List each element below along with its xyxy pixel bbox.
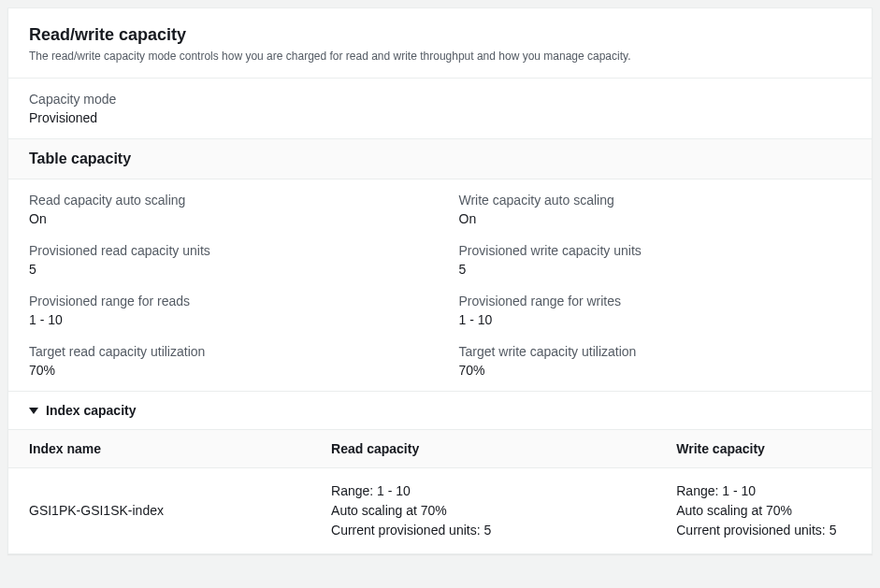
write-current: Current provisioned units: 5 (676, 521, 851, 540)
write-autoscaling-value: On (459, 211, 852, 226)
index-capacity-toggle[interactable]: Index capacity (8, 391, 872, 429)
read-provisioned-value: 5 (29, 262, 422, 277)
read-autoscaling-value: On (29, 211, 422, 226)
index-capacity-title: Index capacity (46, 403, 137, 418)
table-row: GSI1PK-GSI1SK-index Range: 1 - 10 Auto s… (8, 467, 872, 553)
capacity-mode-section: Capacity mode Provisioned (8, 79, 872, 139)
write-autoscaling: Auto scaling at 70% (676, 501, 851, 521)
caret-down-icon (29, 403, 38, 418)
read-capacity-column: Read capacity auto scaling On Provisione… (29, 193, 422, 378)
write-capacity-cell: Range: 1 - 10 Auto scaling at 70% Curren… (656, 467, 872, 553)
write-range-value: 1 - 10 (459, 312, 852, 327)
write-capacity-column: Write capacity auto scaling On Provision… (459, 193, 852, 378)
index-name-cell: GSI1PK-GSI1SK-index (8, 467, 310, 553)
read-range: Range: 1 - 10 (331, 481, 635, 501)
table-capacity-header: Table capacity (8, 139, 872, 179)
read-write-capacity-panel: Read/write capacity The read/write capac… (7, 7, 873, 554)
write-target-value: 70% (459, 363, 852, 378)
write-range-label: Provisioned range for writes (459, 294, 852, 308)
write-range: Range: 1 - 10 (676, 481, 851, 501)
col-read-capacity: Read capacity (310, 429, 656, 467)
col-write-capacity: Write capacity (656, 429, 872, 467)
read-target-value: 70% (29, 363, 422, 378)
col-index-name: Index name (8, 429, 310, 467)
write-autoscaling-label: Write capacity auto scaling (459, 193, 852, 208)
read-autoscaling-label: Read capacity auto scaling (29, 193, 422, 208)
capacity-mode-label: Capacity mode (29, 92, 851, 107)
index-capacity-table: Index name Read capacity Write capacity … (8, 429, 872, 553)
read-provisioned-label: Provisioned read capacity units (29, 243, 422, 258)
table-capacity-section: Read capacity auto scaling On Provisione… (8, 179, 872, 391)
read-current: Current provisioned units: 5 (331, 521, 635, 540)
read-range-value: 1 - 10 (29, 312, 422, 327)
capacity-mode-value: Provisioned (29, 110, 851, 125)
write-provisioned-value: 5 (459, 262, 852, 277)
panel-title: Read/write capacity (29, 25, 851, 45)
write-provisioned-label: Provisioned write capacity units (459, 243, 852, 258)
write-target-label: Target write capacity utilization (459, 344, 852, 359)
read-range-label: Provisioned range for reads (29, 294, 422, 308)
read-target-label: Target read capacity utilization (29, 344, 422, 359)
panel-header: Read/write capacity The read/write capac… (8, 8, 872, 79)
panel-description: The read/write capacity mode controls ho… (29, 49, 851, 65)
read-autoscaling: Auto scaling at 70% (331, 501, 635, 521)
svg-marker-0 (29, 408, 38, 414)
read-capacity-cell: Range: 1 - 10 Auto scaling at 70% Curren… (310, 467, 656, 553)
